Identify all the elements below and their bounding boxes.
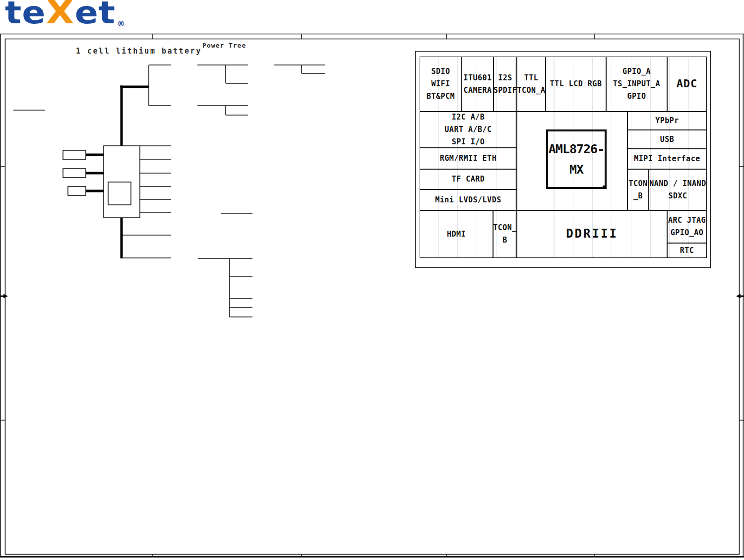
block-adc: ADC [667,57,707,112]
logo-trademark: ® [117,19,125,28]
block-chip-area: AML8726-MX [517,112,627,210]
block-itu601-camera: ITU601 CAMERA [462,57,494,112]
block-i2c-uart-spi: I2C A/B UART A/B/C SPI I/O [420,112,517,148]
block-rgmii-eth: RGM/RMII ETH [420,148,517,169]
zone-ticks-top [152,34,595,39]
block-sdio-wifi-btpcm: SDIO WIFI BT&PCM [420,57,462,112]
block-i2s-spdif: I2S SPDIF [494,57,517,112]
block-arc-jtag-gpio-ao: ARC JTAG GPIO_AO [667,210,707,243]
input-box-3 [68,187,86,195]
soc-block-diagram: SDIO WIFI BT&PCM ITU601 CAMERA I2S SPDIF… [420,57,707,258]
chip-pin1-dot [603,186,606,189]
right-center-arrow-head [736,294,741,299]
block-rtc: RTC [667,243,707,258]
lower-rails [122,235,171,258]
logo-text-accent: X [46,0,75,31]
logo-text-post: et [75,0,116,31]
schematic-sheet: teXet® 1 cell lithium battery Power Tree… [0,0,744,560]
logo-text-pre: te [5,0,46,31]
page-title: Power Tree [202,42,246,49]
block-tf-card: TF CARD [420,169,517,189]
block-hdmi: HDMI [420,210,493,258]
chip-aml8726mx: AML8726-MX [546,129,607,189]
net-lines-upper-middle-2 [197,106,248,115]
input-connectors [86,155,104,191]
left-center-arrow-head [3,294,8,299]
battery-label: 1 cell lithium battery [76,47,202,56]
net-trunk-lower-middle [198,258,252,317]
soc-block-diagram-frame: SDIO WIFI BT&PCM ITU601 CAMERA I2S SPDIF… [415,51,711,268]
block-ddr3: DDRIII [517,210,667,258]
block-ttl-tcon-a: TTL TCON_A [517,57,546,112]
block-nand-inand-sdxc: NAND / INAND SDXC [649,169,707,210]
net-lines-upper-middle-1 [197,65,248,83]
block-usb: USB [627,130,707,149]
net-branches-lower-middle [230,276,252,317]
block-ypbpr: YPbPr [627,112,707,130]
block-gpio-ts-input: GPIO_A TS_INPUT_A GPIO [606,57,667,112]
input-box-2 [63,169,86,178]
block-tcon-b-side: TCON _B [627,169,649,210]
net-lines-upper-right [274,65,325,73]
block-mipi-interface: MIPI Interface [627,149,707,169]
block-mini-lvds: Mini LVDS/LVDS [420,189,517,210]
pmu-output-rails [140,146,171,212]
texet-logo: teXet® [5,0,124,28]
input-box-1 [63,150,86,160]
net-lines-upper-left [149,65,171,106]
block-tcon-b-bottom: TCON_ B [493,210,517,258]
block-ttl-lcd-rgb: TTL LCD RGB [546,57,606,112]
